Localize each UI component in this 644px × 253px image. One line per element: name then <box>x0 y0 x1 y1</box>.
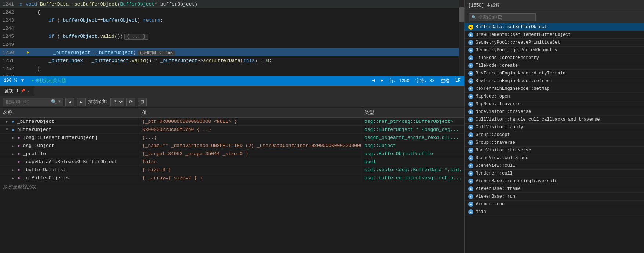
search-dropdown-icon[interactable]: ▼ <box>58 100 61 104</box>
close-icon[interactable]: ✕ <box>27 89 30 94</box>
call-stack-item[interactable]: ▶ViewerBase::renderingTraversals <box>465 177 644 185</box>
call-stack-item[interactable]: ▶DrawElements::setElementBufferObject <box>465 31 644 39</box>
call-stack-item[interactable]: ▶BufferData::setBufferObject <box>465 23 644 31</box>
call-stack-item[interactable]: ▶ViewerBase::frame <box>465 185 644 193</box>
code-lines: 1241⊟void BufferData::setBufferObject(Bu… <box>0 0 459 76</box>
expand-button[interactable]: ⊞ <box>138 98 147 106</box>
call-stack-item[interactable]: ▶RexTerrainEngineNode::setMap <box>465 85 644 93</box>
expand-arrow[interactable]: ▶ <box>12 168 16 172</box>
watch-table[interactable]: 名称 值 类型 ▶◆_bufferObject{_ptr=0x000000000… <box>0 108 464 253</box>
code-line-1242[interactable]: 1242 { <box>0 8 459 16</box>
call-stack-item[interactable]: ▶RexTerrainEngineNode::dirtyTerrain <box>465 70 644 77</box>
stack-frame-label: GeometryPool::createPrimitiveSet <box>476 40 560 45</box>
expand-arrow[interactable]: ▶ <box>6 120 10 124</box>
watch-row[interactable]: ▶◆_bufferObject{_ptr=0x0000000000000000 … <box>0 118 464 126</box>
expand-arrow[interactable]: ▼ <box>6 128 10 132</box>
watch-type-cell: osg::Object <box>361 142 464 150</box>
nav-arrow-right[interactable]: ► <box>381 78 383 83</box>
call-stack-item[interactable]: ▶MapNode::open <box>465 93 644 100</box>
code-line-1251[interactable]: 1251 _bufferIndex = _bufferObject.valid(… <box>0 56 459 65</box>
add-watch-item[interactable]: 添加要监视的项 <box>0 182 464 192</box>
stack-frame-label: TileNode::createGeometry <box>476 55 539 60</box>
call-stack-item[interactable]: ▶TileNode::createGeometry <box>465 54 644 62</box>
watch-name-cell: ▶●_glBufferObjects <box>0 174 139 182</box>
call-stack-item[interactable]: ▶NodeVisitor::traverse <box>465 108 644 116</box>
stack-frame-label: main <box>476 209 486 214</box>
watch-row[interactable]: ▶●osg::Object{_name="" _dataVariance=UNS… <box>0 142 464 150</box>
status-ok: ● 未找到相关问题 <box>31 78 66 84</box>
watch-search-input[interactable] <box>6 99 50 104</box>
watch-row[interactable]: ▶●_bufferDataList{ size=0 }std::vector<o… <box>0 166 464 174</box>
call-stack-header: [1550] 主线程 <box>465 0 644 11</box>
watch-name: _bufferDataList <box>23 167 66 173</box>
code-line-1241[interactable]: 1241⊟void BufferData::setBufferObject(Bu… <box>0 0 459 8</box>
nav-prev-button[interactable]: ◄ <box>65 98 74 106</box>
line-number: 1243 <box>1 18 20 23</box>
call-stack-item[interactable]: ▶ViewerBase::run <box>465 193 644 201</box>
watch-row[interactable]: ▶●_profile{_target=34963 _usage=35044 _s… <box>0 150 464 158</box>
watch-tab-1[interactable]: 监视 1 📌 ✕ <box>0 86 34 96</box>
line-number: 1251 <box>1 58 20 63</box>
watch-row[interactable]: ●_copyDataAndReleaseGLBufferObjectfalseb… <box>0 158 464 166</box>
debug-tabs: 监视 1 📌 ✕ <box>0 86 464 96</box>
stack-frame-label: SceneView::cull <box>476 163 515 168</box>
line-content: _bufferObject = bufferObject;已用时间 <= 1ms <box>30 50 175 55</box>
call-stack-item[interactable]: ▶Group::traverse <box>465 139 644 147</box>
code-panel[interactable]: 1241⊟void BufferData::setBufferObject(Bu… <box>0 0 459 76</box>
code-line-1252[interactable]: 1252 } <box>0 65 459 73</box>
zoom-level: 100 % <box>4 78 17 83</box>
nav-next-button[interactable]: ► <box>77 98 86 106</box>
code-line-1245[interactable]: 1245 if (_bufferObject.valid()){ ... } <box>0 32 459 40</box>
stack-frame-label: BufferData::setBufferObject <box>476 25 547 30</box>
stack-frame-icon: ▶ <box>468 171 473 176</box>
refresh-button[interactable]: ⟳ <box>126 98 135 106</box>
call-stack-item[interactable]: ▶main <box>465 208 644 216</box>
expand-arrow[interactable]: ▶ <box>12 152 16 156</box>
call-stack-item[interactable]: ▶SceneView::cull <box>465 162 644 170</box>
call-stack-search-box[interactable]: 🔍 <box>469 13 536 21</box>
expand-collapse-icon[interactable]: ⊟ <box>20 2 26 7</box>
watch-row[interactable]: ▶●[osg::ElementBufferObject]{...}osgdb_o… <box>0 134 464 142</box>
code-line-1249[interactable]: 1249 <box>0 40 459 48</box>
expand-arrow[interactable]: ▶ <box>12 144 16 148</box>
call-stack-item[interactable]: ▶RexTerrainEngineNode::refresh <box>465 77 644 85</box>
pin-icon: 📌 <box>21 89 25 93</box>
watch-search-box[interactable]: 🔍 ▼ <box>3 98 63 106</box>
depth-select[interactable]: 3 1 2 4 5 <box>110 98 124 106</box>
line-content: if (_bufferObject==bufferObject) return; <box>26 18 163 23</box>
call-stack-item[interactable]: ▶Group::accept <box>465 131 644 139</box>
code-line-1243[interactable]: 1243 if (_bufferObject==bufferObject) re… <box>0 16 459 24</box>
vertical-scrollbar[interactable] <box>459 0 464 76</box>
code-line-1244[interactable]: 1244 <box>0 24 459 32</box>
call-stack-item[interactable]: ▶CullVisitor::handle_cull_callbacks_and_… <box>465 116 644 124</box>
call-stack-item[interactable]: ▶Viewer::run <box>465 201 644 208</box>
call-stack-item[interactable]: ▶CullVisitor::apply <box>465 124 644 131</box>
prop-icon: ● <box>18 168 20 172</box>
watch-name-cell: ▶●_profile <box>0 150 139 158</box>
stack-frame-icon: ▶ <box>468 186 473 191</box>
call-stack-item[interactable]: ▶NodeVisitor::traverse <box>465 147 644 154</box>
expand-arrow[interactable]: ▶ <box>12 176 16 180</box>
call-stack-list[interactable]: ▶BufferData::setBufferObject▶DrawElement… <box>465 23 644 253</box>
stack-frame-label: Group::traverse <box>476 140 515 145</box>
watch-row[interactable]: ▼◆bufferObject0x00000223ca0f67b0 {...}os… <box>0 126 464 134</box>
call-stack-item[interactable]: ▶Renderer::cull <box>465 170 644 177</box>
expand-arrow[interactable]: ▶ <box>12 136 16 140</box>
code-line-1250[interactable]: 1250 ➤ _bufferObject = bufferObject;已用时间… <box>0 48 459 56</box>
nav-arrow-left[interactable]: ◄ <box>372 78 375 83</box>
collapsed-block[interactable]: { ... } <box>124 34 148 40</box>
watch-rows: ▶◆_bufferObject{_ptr=0x0000000000000000 … <box>0 118 464 182</box>
watch-value-cell: {_name="" _dataVariance=UNSPECIFIED (2) … <box>139 142 361 150</box>
call-stack-item[interactable]: ▶SceneView::cullStage <box>465 154 644 162</box>
code-line-1253[interactable]: 1253 <box>0 73 459 76</box>
call-stack-search-input[interactable] <box>478 15 533 20</box>
watch-row[interactable]: ▶●_glBufferObjects{ _array={ size=2 } }o… <box>0 174 464 182</box>
line-number: 1249 <box>1 42 20 47</box>
prop-icon: ● <box>18 144 20 148</box>
stack-frame-label: Group::accept <box>476 132 510 138</box>
ok-icon: ● <box>31 78 34 83</box>
call-stack-item[interactable]: ▶GeometryPool::getPooledGeometry <box>465 47 644 54</box>
call-stack-item[interactable]: ▶MapNode::traverse <box>465 100 644 108</box>
call-stack-item[interactable]: ▶TileNode::create <box>465 62 644 70</box>
call-stack-item[interactable]: ▶GeometryPool::createPrimitiveSet <box>465 39 644 47</box>
